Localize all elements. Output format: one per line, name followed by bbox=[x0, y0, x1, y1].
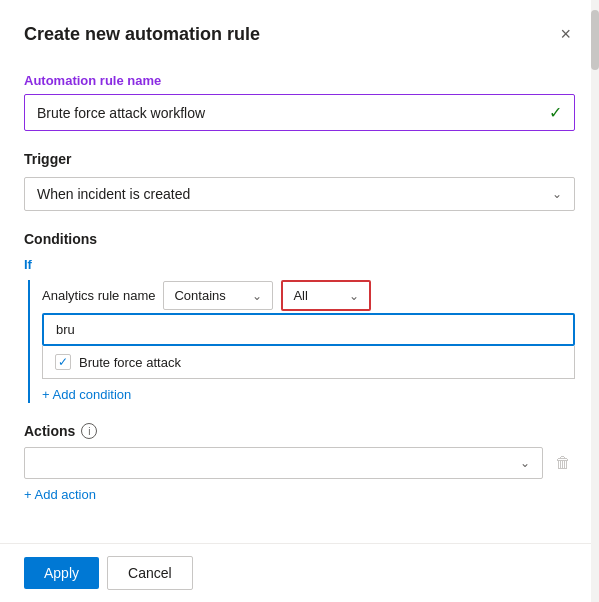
brute-force-attack-item[interactable]: ✓ Brute force attack bbox=[43, 346, 574, 378]
condition-group: Analytics rule name Contains ⌄ All ⌄ bbox=[28, 280, 575, 403]
conditions-label: Conditions bbox=[24, 231, 575, 247]
brute-force-checkbox[interactable]: ✓ bbox=[55, 354, 71, 370]
actions-section: Actions i ⌄ 🗑 + Add action bbox=[24, 423, 575, 503]
all-dropdown-value: All bbox=[293, 288, 307, 303]
contains-chevron-icon: ⌄ bbox=[252, 289, 262, 303]
trigger-dropdown-value: When incident is created bbox=[37, 186, 190, 202]
search-dropdown-container: ✓ Brute force attack bbox=[42, 313, 575, 379]
add-condition-link[interactable]: + Add condition bbox=[42, 387, 131, 402]
condition-top-row: Analytics rule name Contains ⌄ All ⌄ bbox=[42, 280, 575, 311]
automation-rule-name-field-wrapper: ✓ bbox=[24, 94, 575, 131]
dialog-body: Automation rule name ✓ Trigger When inci… bbox=[0, 65, 599, 543]
trigger-section: Trigger When incident is created ⌄ bbox=[24, 151, 575, 211]
dialog-header: Create new automation rule × bbox=[0, 0, 599, 65]
dialog-footer: Apply Cancel bbox=[0, 543, 599, 602]
condition-field-label: Analytics rule name bbox=[42, 288, 155, 303]
scrollbar-track[interactable] bbox=[591, 0, 599, 602]
actions-info-icon: i bbox=[81, 423, 97, 439]
contains-dropdown[interactable]: Contains ⌄ bbox=[163, 281, 273, 310]
trigger-label: Trigger bbox=[24, 151, 575, 167]
scrollbar-thumb[interactable] bbox=[591, 10, 599, 70]
checkmark-icon: ✓ bbox=[549, 103, 562, 122]
delete-action-icon[interactable]: 🗑 bbox=[551, 450, 575, 476]
create-automation-rule-dialog: Create new automation rule × Automation … bbox=[0, 0, 599, 602]
analytics-rule-search-input[interactable] bbox=[42, 313, 575, 346]
checkbox-checkmark: ✓ bbox=[58, 355, 68, 369]
action-row: ⌄ 🗑 bbox=[24, 447, 575, 479]
apply-button[interactable]: Apply bbox=[24, 557, 99, 589]
if-label: If bbox=[24, 257, 575, 272]
dialog-title: Create new automation rule bbox=[24, 24, 260, 45]
close-button[interactable]: × bbox=[556, 20, 575, 49]
trigger-dropdown[interactable]: When incident is created ⌄ bbox=[24, 177, 575, 211]
all-dropdown[interactable]: All ⌄ bbox=[281, 280, 371, 311]
action-chevron-icon: ⌄ bbox=[520, 456, 530, 470]
automation-rule-name-section: Automation rule name ✓ bbox=[24, 73, 575, 131]
action-dropdown[interactable]: ⌄ bbox=[24, 447, 543, 479]
analytics-rule-dropdown-list: ✓ Brute force attack bbox=[42, 346, 575, 379]
trigger-chevron-icon: ⌄ bbox=[552, 187, 562, 201]
conditions-section: Conditions If Analytics rule name Contai… bbox=[24, 231, 575, 403]
brute-force-attack-label: Brute force attack bbox=[79, 355, 181, 370]
all-chevron-icon: ⌄ bbox=[349, 289, 359, 303]
add-action-link[interactable]: + Add action bbox=[24, 487, 96, 502]
automation-rule-name-input[interactable] bbox=[37, 105, 549, 121]
automation-rule-name-label: Automation rule name bbox=[24, 73, 575, 88]
contains-dropdown-value: Contains bbox=[174, 288, 225, 303]
cancel-button[interactable]: Cancel bbox=[107, 556, 193, 590]
actions-label-row: Actions i bbox=[24, 423, 575, 439]
actions-label: Actions bbox=[24, 423, 75, 439]
